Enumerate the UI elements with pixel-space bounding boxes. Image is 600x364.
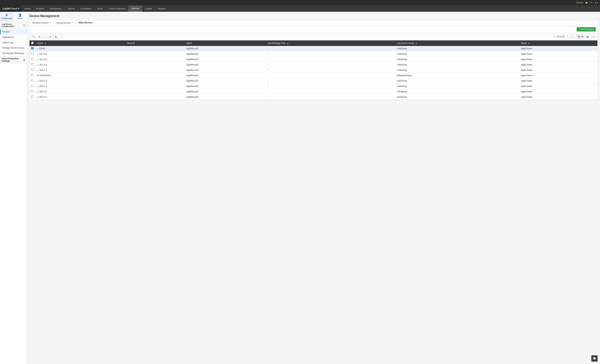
- nav-home[interactable]: Home: [22, 5, 34, 12]
- syslog-devices-help-icon[interactable]: ?: [72, 22, 73, 24]
- sidebar-config-tab[interactable]: ⚙ Configuration: [0, 12, 14, 21]
- chat-button[interactable]: 💬: [591, 355, 598, 362]
- sidebar-item-applications[interactable]: Applications: [0, 35, 27, 40]
- next-page-button[interactable]: ›: [566, 35, 570, 38]
- nav-logme[interactable]: LogMe: [142, 5, 155, 12]
- tab-windows-devices[interactable]: Windows Devices ?: [29, 20, 54, 26]
- enable-button[interactable]: ✓: [42, 34, 47, 39]
- row-status[interactable]: Agent Down: [519, 78, 597, 84]
- row-checkbox[interactable]: [31, 58, 34, 60]
- row-status[interactable]: Agent Down: [519, 89, 597, 94]
- th-show-ip[interactable]: Show IP: [125, 40, 185, 46]
- nav-settings[interactable]: Settings: [128, 5, 142, 12]
- sidebar-item-file-integrity-monitoring[interactable]: File Integrity Monitoring: [0, 51, 27, 56]
- linux-icon: △: [37, 64, 38, 66]
- user-icon[interactable]: 👤▾: [594, 1, 598, 4]
- row-last-message-time: -: [266, 67, 395, 73]
- row-device-name: 10.1.1.5: [39, 58, 47, 61]
- nav-cloud-protection[interactable]: Cloud Protection: [106, 5, 128, 12]
- row-last-message-time: -: [266, 84, 395, 89]
- nav-alerts[interactable]: Alerts: [94, 5, 106, 12]
- row-checkbox-cell[interactable]: [29, 89, 35, 94]
- th-checkbox[interactable]: [29, 40, 35, 46]
- nav-compliance[interactable]: Compliance: [47, 5, 65, 12]
- row-device: △ESXi1: [35, 46, 125, 51]
- table-row: △10.2.1.3log360a-w10-UnixGroupAgent Down: [29, 78, 597, 84]
- help-icon[interactable]: ?▾: [590, 1, 592, 4]
- sidebar-admin-tab[interactable]: 👤 Admin: [14, 12, 27, 21]
- row-checkbox[interactable]: [31, 47, 34, 49]
- row-log-source-group: UnixGroup: [395, 89, 519, 94]
- table-row: △10.2.1.7log360a-w10-UnixGroupAgent Down: [29, 94, 597, 100]
- row-checkbox-cell[interactable]: [29, 78, 35, 84]
- row-status[interactable]: Agent Down: [519, 62, 597, 67]
- log-source-config-header[interactable]: Log Source Configuration ▼: [0, 21, 27, 29]
- th-status[interactable]: Status ▲: [519, 40, 597, 46]
- table-row: △10.1.1.5log360a-w10-UnixGroupAgent Down: [29, 57, 597, 62]
- row-checkbox[interactable]: [31, 63, 34, 66]
- other-devices-help-icon[interactable]: ?: [93, 22, 94, 24]
- logo-dot: [18, 8, 19, 9]
- row-checkbox[interactable]: [31, 53, 34, 55]
- row-checkbox-cell[interactable]: [29, 73, 35, 78]
- nav-correlation[interactable]: Correlation: [78, 5, 94, 12]
- th-agent[interactable]: Agent: [185, 40, 266, 46]
- row-device: △10.2.1.7: [35, 94, 125, 100]
- row-checkbox-cell[interactable]: [29, 62, 35, 67]
- nav-bar: Log360 Cloud Home Reports Compliance Sea…: [0, 5, 600, 12]
- cloud-protection-settings-header[interactable]: Cloud Protection Settings ▶: [0, 56, 27, 64]
- row-checkbox[interactable]: [31, 90, 34, 92]
- row-last-message-time: -: [266, 46, 395, 51]
- filter-button[interactable]: ⊟: [37, 34, 41, 39]
- linux-icon: △: [37, 80, 38, 82]
- tab-other-devices[interactable]: Other Devices ?: [75, 20, 97, 26]
- refresh-button[interactable]: ↻: [591, 34, 596, 39]
- search-button[interactable]: 🔍: [31, 34, 36, 39]
- row-checkbox-cell[interactable]: [29, 51, 35, 57]
- row-checkbox[interactable]: [31, 74, 34, 76]
- row-status[interactable]: Agent Down: [519, 84, 597, 89]
- tab-syslog-devices[interactable]: Syslog Devices ?: [54, 20, 75, 26]
- row-show-ip: [125, 62, 185, 67]
- more-options-button[interactable]: ⋮: [59, 34, 64, 39]
- nav-reports[interactable]: Reports: [34, 5, 47, 12]
- row-checkbox-cell[interactable]: [29, 67, 35, 73]
- row-checkbox-cell[interactable]: [29, 94, 35, 100]
- add-device-button[interactable]: + Add Device(s): [577, 27, 596, 31]
- row-checkbox[interactable]: [31, 96, 34, 98]
- last-page-button[interactable]: »: [571, 35, 575, 38]
- sidebar-item-devices[interactable]: Devices: [0, 29, 27, 35]
- row-checkbox[interactable]: [31, 80, 34, 82]
- table-header-row: Device ▲ Show IP Agent Last Message Time…: [29, 40, 597, 46]
- disable-button[interactable]: ⊘: [48, 34, 52, 39]
- row-show-ip: [125, 57, 185, 62]
- row-status[interactable]: Agent Down: [519, 94, 597, 100]
- per-page-select[interactable]: 10 25 50: [576, 35, 584, 38]
- sidebar-item-import-logs[interactable]: Import Logs: [0, 40, 27, 45]
- row-checkbox-cell[interactable]: [29, 57, 35, 62]
- windows-devices-help-icon[interactable]: ?: [50, 22, 51, 24]
- nav-search[interactable]: Search: [65, 5, 78, 12]
- delete-button[interactable]: 🗑: [54, 34, 58, 39]
- row-agent: log360a-w10: [185, 73, 266, 78]
- nav-support[interactable]: Support: [155, 5, 169, 12]
- column-settings-button[interactable]: ▦: [585, 34, 590, 39]
- license-link[interactable]: License: [576, 1, 583, 4]
- select-all-checkbox[interactable]: [31, 42, 34, 44]
- row-status[interactable]: Agent Down: [519, 46, 597, 51]
- th-last-message-time[interactable]: Last Message Time ▲: [266, 40, 395, 46]
- notifications-icon[interactable]: 🔔: [585, 1, 588, 4]
- row-last-message-time: -: [266, 73, 395, 78]
- row-checkbox-cell[interactable]: [29, 84, 35, 89]
- row-status[interactable]: Agent Down: [519, 67, 597, 73]
- row-checkbox[interactable]: [31, 69, 34, 71]
- row-checkbox-cell[interactable]: [29, 46, 35, 51]
- th-log-source-group[interactable]: Log Source Group ▲: [395, 40, 519, 46]
- row-status[interactable]: Agent Down: [519, 73, 597, 78]
- app-logo[interactable]: Log360 Cloud: [0, 5, 22, 12]
- row-status[interactable]: Agent Down: [519, 57, 597, 62]
- sidebar-item-manage-cloud-sources[interactable]: Manage Cloud Sources: [0, 45, 27, 51]
- th-device[interactable]: Device ▲: [35, 40, 125, 46]
- row-status[interactable]: Agent Down: [519, 51, 597, 57]
- row-checkbox[interactable]: [31, 85, 34, 87]
